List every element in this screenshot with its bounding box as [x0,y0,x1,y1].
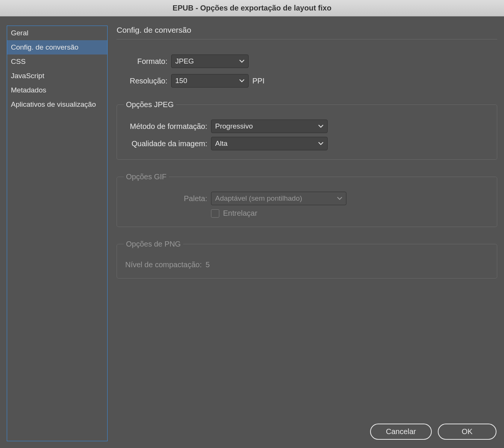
sidebar-item-aplicativos-visualizacao[interactable]: Aplicativos de visualização [7,97,107,112]
png-options-fieldset: Opções de PNG Nível de compactação: 5 [117,240,497,278]
ok-button[interactable]: OK [438,424,496,440]
sidebar-item-css[interactable]: CSS [7,54,107,69]
resolution-suffix: PPI [252,77,264,85]
format-row: Formato: JPEG [117,54,497,68]
main-panel: Config. de conversão Formato: JPEG Resol… [108,26,497,441]
sidebar-item-metadados[interactable]: Metadados [7,83,107,97]
gif-options-fieldset: Opções GIF Paleta: Adaptável (sem pontil… [117,173,497,227]
gif-palette-value: Adaptável (sem pontilhado) [215,194,302,203]
sidebar-item-label: Geral [11,29,28,37]
gif-palette-row: Paleta: Adaptável (sem pontilhado) [125,192,489,205]
jpeg-legend: Opções JPEG [124,100,176,109]
sidebar-item-label: Metadados [11,86,46,94]
resolution-select[interactable]: 150 [171,74,249,88]
resolution-row: Resolução: 150 PPI [117,74,497,88]
ok-button-label: OK [462,427,473,436]
chevron-down-icon [337,197,342,200]
png-compression-row: Nível de compactação: 5 [125,260,489,269]
chevron-down-icon [239,79,244,83]
format-select[interactable]: JPEG [171,54,249,68]
sidebar-item-geral[interactable]: Geral [7,26,107,40]
sidebar-item-label: CSS [11,58,26,65]
chevron-down-icon [239,60,244,63]
jpeg-method-select[interactable]: Progressivo [211,120,328,133]
chevron-down-icon [318,125,323,128]
format-label: Formato: [117,57,171,66]
jpeg-method-value: Progressivo [215,122,253,130]
gif-interlace-checkbox [211,209,219,218]
sidebar-item-javascript[interactable]: JavaScript [7,69,107,83]
jpeg-method-row: Método de formatação: Progressivo [125,120,489,133]
jpeg-quality-value: Alta [215,139,228,148]
sidebar: Geral Config. de conversão CSS JavaScrip… [7,26,108,441]
png-compression-label: Nível de compactação: [125,260,202,269]
format-value: JPEG [175,57,194,65]
dialog-title-text: EPUB - Opções de exportação de layout fi… [173,4,331,12]
sidebar-item-label: Config. de conversão [11,43,79,51]
cancel-button-label: Cancelar [386,427,416,436]
sidebar-item-label: JavaScript [11,72,44,80]
panel-header: Config. de conversão [117,26,497,39]
chevron-down-icon [318,142,323,145]
dialog-body: Geral Config. de conversão CSS JavaScrip… [0,17,504,448]
jpeg-quality-row: Qualidade da imagem: Alta [125,137,489,150]
png-compression-value: 5 [205,260,209,269]
panel-header-text: Config. de conversão [117,26,191,34]
png-legend: Opções de PNG [124,240,183,248]
gif-palette-label: Paleta: [125,194,211,203]
jpeg-options-fieldset: Opções JPEG Método de formatação: Progre… [117,100,497,160]
cancel-button[interactable]: Cancelar [370,424,432,440]
gif-palette-select: Adaptável (sem pontilhado) [211,192,346,205]
jpeg-method-label: Método de formatação: [125,122,211,131]
dialog-title: EPUB - Opções de exportação de layout fi… [0,0,504,17]
resolution-value: 150 [175,77,187,85]
sidebar-item-label: Aplicativos de visualização [11,100,96,108]
gif-legend: Opções GIF [124,173,169,181]
jpeg-quality-label: Qualidade da imagem: [125,139,211,148]
footer: Cancelar OK [370,424,496,440]
resolution-label: Resolução: [117,77,171,85]
gif-interlace-label: Entrelaçar [223,209,257,218]
jpeg-quality-select[interactable]: Alta [211,137,328,150]
sidebar-item-config-conversao[interactable]: Config. de conversão [7,40,107,54]
gif-interlace-row: Entrelaçar [125,209,489,218]
